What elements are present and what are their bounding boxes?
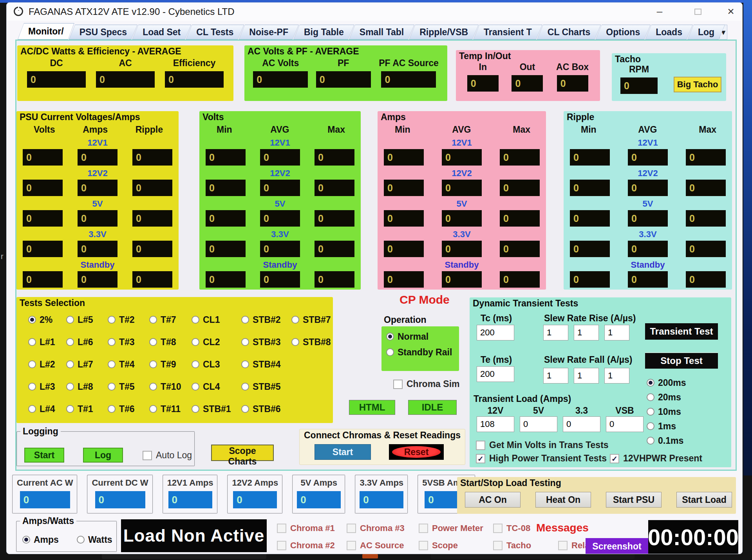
test-radio-t-4[interactable]: T#4	[108, 360, 135, 369]
tab-big-table[interactable]: Big Table	[293, 25, 354, 40]
test-radio-stb-7[interactable]: STB#7	[291, 315, 331, 324]
slew-rise-input-2[interactable]	[574, 325, 599, 340]
operation-radio-standby-rail[interactable]: Standby Rail	[386, 348, 452, 357]
chromas-start-button[interactable]: Start	[315, 444, 371, 460]
html-button[interactable]: HTML	[349, 400, 395, 415]
test-radio-l-5[interactable]: L#5	[66, 315, 93, 324]
tab-noise-pf[interactable]: Noise-PF	[239, 25, 299, 40]
idle-button[interactable]: IDLE	[408, 400, 457, 415]
test-radio-l-3[interactable]: L#3	[28, 382, 55, 391]
test-radio-stb-4[interactable]: STB#4	[241, 360, 281, 369]
slew-fall-input-1[interactable]	[543, 368, 568, 384]
device-scope-checkbox[interactable]: Scope	[419, 540, 458, 551]
duration-radio-1ms[interactable]: 1ms	[647, 421, 686, 431]
test-radio-l-8[interactable]: L#8	[66, 382, 93, 391]
slew-rise-input-3[interactable]	[604, 325, 629, 340]
test-radio-stb-6[interactable]: STB#6	[241, 404, 281, 414]
duration-radio-200ms[interactable]: 200ms	[647, 378, 686, 387]
display-efficiency: 0	[165, 71, 224, 88]
tc-input[interactable]	[477, 325, 514, 340]
slew-rise-input-1[interactable]	[543, 325, 568, 340]
test-radio-t-10[interactable]: T#10	[149, 382, 181, 391]
device-power-meter-checkbox[interactable]: Power Meter	[419, 523, 483, 533]
amps-watts-radio-amps[interactable]: Amps	[22, 535, 59, 544]
device-tacho-checkbox[interactable]: Tacho	[493, 540, 531, 551]
high-power-transient-tests-checkbox[interactable]: ✓High Power Transient Tests	[476, 453, 607, 464]
test-radio-l-4[interactable]: L#4	[28, 404, 55, 414]
tab-ripple-vsb[interactable]: Ripple/VSB	[409, 25, 479, 40]
tab-cl-charts[interactable]: CL Charts	[537, 25, 601, 40]
amps-watts-radio-watts[interactable]: Watts	[77, 535, 112, 544]
test-radio-stb-2[interactable]: STB#2	[241, 315, 281, 324]
slew-fall-input-3[interactable]	[604, 368, 629, 384]
slew-fall-input-2[interactable]	[574, 368, 599, 384]
test-radio-t-2[interactable]: T#2	[108, 315, 135, 324]
minimize-button[interactable]: –	[653, 5, 666, 18]
operation-radio-normal[interactable]: Normal	[386, 332, 452, 341]
duration-radio-0-1ms[interactable]: 0.1ms	[647, 436, 686, 445]
stop-test-button[interactable]: Stop Test	[645, 352, 718, 369]
test-radio-l-2[interactable]: L#2	[28, 360, 55, 369]
test-radio-stb-8[interactable]: STB#8	[291, 337, 331, 347]
test-radio-t-5[interactable]: T#5	[108, 382, 135, 391]
test-radio-cl3[interactable]: CL3	[192, 360, 231, 369]
ac-on-button[interactable]: AC On	[465, 492, 521, 508]
test-radio-cl4[interactable]: CL4	[192, 382, 231, 391]
test-radio-t-11[interactable]: T#11	[149, 404, 181, 414]
tab-loads[interactable]: Loads	[645, 25, 693, 40]
maximize-button[interactable]	[691, 5, 705, 18]
test-radio-cl1[interactable]: CL1	[192, 315, 231, 324]
test-radio-t-9[interactable]: T#9	[149, 360, 181, 369]
device-ac-source-checkbox[interactable]: AC Source	[347, 540, 404, 551]
tab-load-set[interactable]: Load Set	[132, 25, 191, 40]
tab-transient-t[interactable]: Transient T	[473, 25, 542, 40]
tab-cl-tests[interactable]: CL Tests	[186, 25, 244, 40]
tab-log[interactable]: Log	[687, 25, 725, 40]
test-radio-t-1[interactable]: T#1	[66, 404, 93, 414]
heat-on-button[interactable]: Heat On	[535, 492, 591, 508]
log-button[interactable]: Log	[83, 448, 123, 463]
test-radio-stb-5[interactable]: STB#5	[241, 382, 281, 391]
test-radio-t-6[interactable]: T#6	[108, 404, 135, 414]
test-radio-2[interactable]: 2%	[28, 315, 55, 324]
tab-small-tabl[interactable]: Small Tabl	[349, 25, 414, 40]
test-radio-t-3[interactable]: T#3	[108, 337, 135, 347]
close-button[interactable]: ×	[724, 5, 738, 18]
device-chroma-1-checkbox[interactable]: Chroma #1	[277, 523, 335, 533]
tab-label: Monitor/	[18, 23, 74, 39]
chroma-sim-checkbox[interactable]: Chroma Sim	[393, 379, 459, 389]
transient-test-button[interactable]: Transient Test	[645, 323, 718, 340]
test-radio-cl2[interactable]: CL2	[192, 337, 231, 347]
test-radio-t-8[interactable]: T#8	[149, 337, 181, 347]
transient-load-input-3-3[interactable]	[563, 416, 600, 432]
test-radio-l-1[interactable]: L#1	[28, 337, 55, 347]
device-chroma-3-checkbox[interactable]: Chroma #3	[347, 523, 405, 533]
device-tc-08-checkbox[interactable]: TC-08	[493, 523, 530, 533]
column-label: Max	[699, 124, 716, 135]
device-chroma-2-checkbox[interactable]: Chroma #2	[277, 540, 335, 551]
transient-load-input-5v[interactable]	[520, 416, 557, 432]
scope-charts-button[interactable]: Scope Charts	[211, 445, 274, 461]
big-tacho-button[interactable]: Big Tacho	[674, 77, 721, 92]
test-radio-l-6[interactable]: L#6	[66, 337, 93, 347]
reset-button[interactable]: Reset	[389, 444, 444, 460]
screenshot-button[interactable]: Screenshot	[586, 538, 648, 554]
start-load-button[interactable]: Start Load	[676, 492, 732, 508]
logging-start-button[interactable]: Start	[24, 448, 64, 463]
duration-radio-20ms[interactable]: 20ms	[647, 393, 686, 402]
test-radio-stb-1[interactable]: STB#1	[192, 404, 231, 414]
tab-psu-specs[interactable]: PSU Specs	[69, 25, 137, 40]
test-radio-l-7[interactable]: L#7	[66, 360, 93, 369]
test-radio-stb-3[interactable]: STB#3	[241, 337, 281, 347]
tab-options[interactable]: Options	[595, 25, 651, 40]
transient-load-input-vsb[interactable]	[606, 416, 644, 432]
auto-log-checkbox[interactable]: Auto Log	[143, 450, 192, 461]
te-input[interactable]	[477, 366, 514, 382]
test-radio-t-7[interactable]: T#7	[149, 315, 181, 324]
tab-monitor[interactable]: Monitor/	[18, 23, 74, 40]
get-min-volts-in-trans-tests-checkbox[interactable]: Get Min Volts in Trans Tests	[476, 440, 609, 450]
start-psu-button[interactable]: Start PSU	[606, 492, 662, 508]
transient-load-input-12v[interactable]	[477, 416, 514, 432]
12vhpwr-present-checkbox[interactable]: ✓12VHPWR Present	[610, 453, 702, 464]
duration-radio-10ms[interactable]: 10ms	[647, 407, 686, 416]
